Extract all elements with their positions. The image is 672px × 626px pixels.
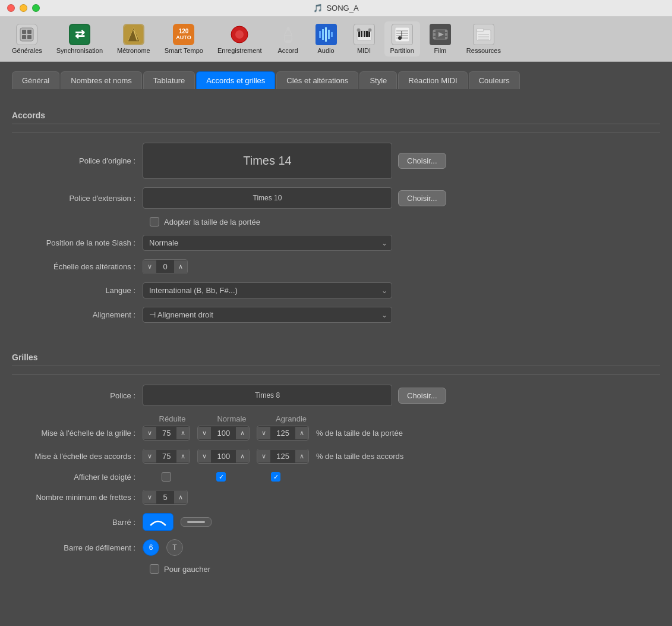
mise-echelle-grille-row: Mise à l'échelle de la grille : ∨ 75 ∧ ∨… [12,426,660,441]
accords-normale-stepper: ∨ 100 ∧ [197,449,250,464]
svg-rect-26 [366,31,368,37]
tab-general[interactable]: Général [12,71,59,89]
svg-rect-21 [331,32,333,37]
position-slash-select[interactable]: Normale Haute Basse [143,235,392,251]
adopter-taille-checkbox[interactable] [150,217,159,227]
grille-agrandie-stepper: ∨ 125 ∧ [257,426,309,441]
tab-cles-alterations[interactable]: Clés et altérations [276,71,358,89]
grille-agrandie-decrement[interactable]: ∨ [257,427,270,439]
toolbar-item-metronome[interactable]: Métronome [111,21,156,56]
mise-echelle-accords-label: Mise à l'échelle des accords : [12,452,143,461]
partition-label: Partition [390,47,414,54]
toolbar-item-film[interactable]: Film [422,21,458,56]
frettes-decrement[interactable]: ∨ [143,491,156,504]
toolbar-item-synchronisation[interactable]: ⇄ Synchronisation [51,21,109,56]
police-origine-choose-btn[interactable]: Choisir... [398,153,446,169]
frettes-increment[interactable]: ∧ [174,491,187,504]
tab-style[interactable]: Style [359,71,397,89]
alignement-row: Alignement : ⊣ Alignement droit ⊢ Aligne… [12,307,660,323]
police-extension-choose-btn[interactable]: Choisir... [398,190,446,206]
enreg-label: Enregistrement [217,47,262,54]
window-controls[interactable] [7,4,40,12]
langue-select[interactable]: International (B, Bb, F#...) Allemand (H… [143,282,392,298]
grille-normale-stepper: ∨ 100 ∧ [197,426,250,441]
metro-label: Métronome [117,47,150,54]
midi-icon [354,24,375,45]
close-button[interactable] [7,4,15,12]
grille-suffix: % de la taille de la portée [316,429,403,438]
accords-suffix: % de la taille des accords [316,452,403,461]
langue-label: Langue : [12,286,143,295]
alignement-wrapper: ⊣ Alignement droit ⊢ Alignement gauche ⊥… [143,307,392,323]
tab-couleurs[interactable]: Couleurs [469,71,520,89]
grille-normale-val: 100 [211,426,236,440]
afficher-doigte-row: Afficher le doigté : [12,472,660,482]
svg-rect-25 [364,31,365,37]
police-grille-row: Police : Times 8 Choisir... [12,385,660,406]
audio-label: Audio [317,47,334,54]
sync-icon: ⇄ [69,24,90,45]
accords-normale-decrement[interactable]: ∨ [198,450,211,463]
accords-reduite-val: 75 [156,449,176,463]
mise-echelle-grille-label: Mise à l'échelle de la grille : [12,429,143,438]
scroll-btn-6[interactable]: 6 [143,539,159,556]
maximize-button[interactable] [32,4,40,12]
accords-agrandie-decrement[interactable]: ∨ [257,450,270,463]
barre-btn-line[interactable] [181,517,212,527]
alignement-select[interactable]: ⊣ Alignement droit ⊢ Alignement gauche ⊥… [143,307,392,323]
grille-normale-increment[interactable]: ∧ [236,427,249,439]
accords-reduite-decrement[interactable]: ∨ [143,450,156,463]
tab-nombres-noms[interactable]: Nombres et noms [61,71,142,89]
grille-agrandie-increment[interactable]: ∧ [295,427,308,439]
toolbar-item-audio[interactable]: Audio [308,21,344,56]
minimize-button[interactable] [20,4,27,12]
position-slash-row: Position de la note Slash : Normale Haut… [12,235,660,251]
echelle-decrement-btn[interactable]: ∨ [143,260,156,273]
toolbar: Générales ⇄ Synchronisation Métronome 12… [0,17,672,62]
police-origine-label: Police d'origine : [12,156,143,165]
toolbar-item-partition[interactable]: Partition [384,21,420,56]
nombre-frettes-stepper: ∨ 5 ∧ [143,490,188,505]
scroll-btn-t[interactable]: T [166,539,183,556]
grille-reduite-increment[interactable]: ∧ [176,427,190,439]
police-grille-choose-btn[interactable]: Choisir... [398,388,446,404]
accord-icon [277,24,299,45]
toolbar-item-accord[interactable]: Accord [270,21,306,56]
barre-btn-arc[interactable] [143,513,173,531]
toolbar-item-ressources[interactable]: Ressources [460,21,507,56]
grille-normale-decrement[interactable]: ∨ [198,427,211,439]
barre-row: Barré : [12,513,660,531]
accords-reduite-stepper: ∨ 75 ∧ [143,449,190,464]
tab-accords-grilles[interactable]: Accords et grilles [196,71,275,89]
accords-agrandie-val: 125 [270,449,295,463]
doigte-agrandie-checkbox[interactable] [271,472,280,482]
generales-icon [16,24,37,45]
audio-icon [316,24,337,45]
police-origine-row: Police d'origine : Times 14 Choisir... [12,143,660,179]
partition-icon [392,24,413,45]
accords-reduite-increment[interactable]: ∧ [176,450,190,463]
toolbar-item-enregistrement[interactable]: Enregistrement [212,21,268,56]
accord-label: Accord [277,47,298,54]
svg-rect-28 [357,29,360,32]
tab-reaction-midi[interactable]: Réaction MIDI [398,71,467,89]
pour-gaucher-label: Pour gaucher [164,565,210,574]
position-slash-wrapper: Normale Haute Basse [143,235,392,251]
echelle-increment-btn[interactable]: ∧ [174,260,187,273]
toolbar-item-smart-tempo[interactable]: 120 AUTO Smart Tempo [159,21,209,56]
police-extension-box: Times 10 [143,187,392,209]
alignement-label: Alignement : [12,310,143,319]
doigte-normale-checkbox[interactable] [216,472,226,482]
doigte-reduite-checkbox[interactable] [162,472,171,482]
grille-reduite-decrement[interactable]: ∨ [143,427,156,439]
accords-title: Accords [12,111,660,124]
pour-gaucher-checkbox[interactable] [150,564,159,574]
toolbar-item-generales[interactable]: Générales [6,21,48,56]
accords-agrandie-increment[interactable]: ∧ [295,450,308,463]
barre-defilement-row: Barre de défilement : 6 T [12,539,660,556]
accords-normale-increment[interactable]: ∧ [236,450,249,463]
tab-tablature[interactable]: Tablature [143,71,195,89]
nombre-frettes-label: Nombre minimum de frettes : [12,493,143,502]
toolbar-item-midi[interactable]: MIDI [346,21,382,56]
echelle-alterations-stepper: ∨ 0 ∧ [143,259,188,274]
